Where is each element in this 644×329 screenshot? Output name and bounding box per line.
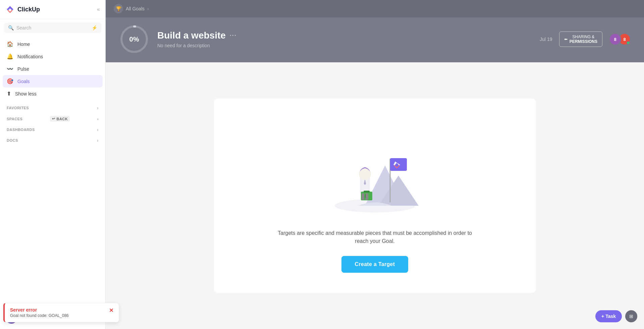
goal-title-row: Build a website ··· <box>157 30 532 41</box>
avatar-1[interactable]: 8 <box>609 33 621 45</box>
error-toast-title: Server error <box>10 307 106 313</box>
nav-item-notifications[interactable]: 🔔 Notifications <box>3 50 103 63</box>
dashboards-label: DASHBOARDS <box>7 128 35 132</box>
goal-info: Build a website ··· No need for a descri… <box>157 30 532 48</box>
svg-rect-12 <box>366 193 368 200</box>
spaces-label: SPACES <box>7 117 22 121</box>
favorites-label: FAVORITES <box>7 106 29 110</box>
sharing-permissions-button[interactable]: ⬅ SHARING & PERMISSIONS <box>559 31 602 47</box>
logo-area: ClickUp <box>5 5 40 14</box>
add-task-fab-button[interactable]: + Task <box>595 310 622 322</box>
breadcrumb-arrow-icon: › <box>147 6 149 11</box>
svg-point-7 <box>359 168 371 180</box>
sidebar-header: ClickUp « <box>0 0 105 19</box>
grid-fab-button[interactable]: ⊞ <box>625 310 637 322</box>
search-input-label: Search <box>16 25 89 30</box>
error-toast-content: Server error Goal not found code: GOAL_0… <box>10 307 106 318</box>
progress-ring: 0% <box>119 24 149 54</box>
error-toast: Server error Goal not found code: GOAL_0… <box>3 303 119 322</box>
progress-percent: 0% <box>129 36 139 43</box>
sharing-line1: SHARING & <box>570 35 597 39</box>
nav-item-home[interactable]: 🏠 Home <box>3 38 103 50</box>
home-icon: 🏠 <box>7 41 13 47</box>
goal-header: 0% Build a website ··· No need for a des… <box>106 17 644 62</box>
lightning-icon: ⚡ <box>92 25 97 30</box>
trophy-icon: 🏆 <box>114 4 123 13</box>
docs-label: DOCS <box>7 138 18 142</box>
favorites-chevron-icon: › <box>97 105 99 111</box>
goals-icon: 🎯 <box>7 78 13 84</box>
collapse-sidebar-button[interactable]: « <box>97 6 100 12</box>
dashboards-section[interactable]: DASHBOARDS › <box>0 123 105 134</box>
goal-options-menu[interactable]: ··· <box>230 32 237 39</box>
dashboards-chevron-icon: › <box>97 127 99 132</box>
favorites-section[interactable]: FAVORITES › <box>0 101 105 112</box>
nav-item-notifications-label: Notifications <box>17 54 43 59</box>
avatars-group: 8 8 <box>609 33 631 45</box>
goal-date: Jul 19 <box>540 37 552 42</box>
clickup-logo-icon <box>5 5 15 14</box>
top-bar: 🏆 All Goals › <box>106 0 644 17</box>
notifications-icon: 🔔 <box>7 53 13 60</box>
avatar-2-text: 8 <box>623 37 626 42</box>
nav-item-home-label: Home <box>17 42 30 47</box>
main-content: 🏆 All Goals › 0% Build a website ··· No … <box>106 0 644 329</box>
svg-rect-9 <box>364 191 370 193</box>
create-target-button[interactable]: Create a Target <box>341 256 409 273</box>
nav-item-goals[interactable]: 🎯 Goals <box>3 75 103 87</box>
nav-item-pulse-label: Pulse <box>17 66 29 72</box>
spaces-section[interactable]: SPACES ↩ Back › <box>0 112 105 123</box>
spaces-back-button[interactable]: ↩ Back <box>50 116 70 122</box>
avatar-online-indicator <box>627 41 630 45</box>
back-arrow-icon: ↩ <box>52 117 55 121</box>
share-icon: ⬅ <box>564 37 568 42</box>
show-less-icon: ⬆ <box>7 90 11 97</box>
search-bar[interactable]: 🔍 Search ⚡ <box>4 22 101 33</box>
sidebar: ClickUp « 🔍 Search ⚡ 🏠 Home 🔔 Notificati… <box>0 0 106 329</box>
error-toast-close-button[interactable]: ✕ <box>109 307 113 314</box>
empty-state: Targets are specific and measurable piec… <box>214 98 536 293</box>
sharing-line2: PERMISSIONS <box>570 39 597 44</box>
spaces-chevron-icon: › <box>97 117 99 121</box>
breadcrumb-all-goals[interactable]: All Goals <box>126 6 145 11</box>
svg-rect-11 <box>362 193 364 200</box>
content-panel: Targets are specific and measurable piec… <box>106 62 644 329</box>
back-label: Back <box>56 117 68 121</box>
search-icon: 🔍 <box>8 25 14 30</box>
docs-chevron-icon: › <box>97 138 99 143</box>
nav-item-show-less[interactable]: ⬆ Show less <box>3 87 103 100</box>
nav-items: 🏠 Home 🔔 Notifications 〰️ Pulse 🎯 Goals … <box>0 37 105 101</box>
goal-meta: Jul 19 ⬅ SHARING & PERMISSIONS 8 8 <box>540 31 631 47</box>
goal-title-text: Build a website <box>157 30 226 41</box>
nav-item-pulse[interactable]: 〰️ Pulse <box>3 63 103 75</box>
error-toast-message: Goal not found code: GOAL_086 <box>10 313 106 318</box>
show-less-label: Show less <box>15 91 37 96</box>
empty-state-illustration <box>325 119 425 219</box>
goal-description: No need for a description <box>157 43 532 48</box>
nav-item-goals-label: Goals <box>17 79 30 84</box>
docs-section[interactable]: DOCS › <box>0 134 105 144</box>
empty-state-description: Targets are specific and measurable piec… <box>274 229 476 245</box>
avatar-1-text: 8 <box>614 37 616 42</box>
fab-area: + Task ⊞ <box>595 310 637 322</box>
pulse-icon: 〰️ <box>7 66 13 72</box>
app-name: ClickUp <box>17 6 40 13</box>
